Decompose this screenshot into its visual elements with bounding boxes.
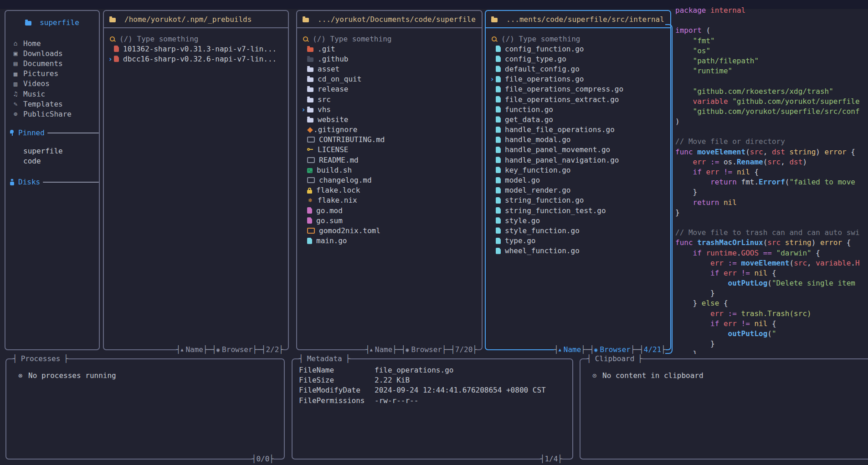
file-row[interactable]: cd_on_quit [297,74,482,84]
sort-label[interactable]: Name [375,345,393,355]
file-row[interactable]: .github [297,54,482,64]
search-bar[interactable]: (/) Type something [303,34,476,44]
file-name: model.go [505,176,540,184]
file-row[interactable]: changelog.md [297,175,482,185]
file-row[interactable]: handle_file_operations.go [486,125,670,135]
file-row[interactable]: ›vhs [297,104,482,114]
sidebar-item-downloads[interactable]: ▣Downloads [5,48,99,58]
file-count: 7/20 [455,345,473,355]
sidebar-item-home[interactable]: ⌂Home [5,38,99,48]
go-file-icon [496,217,501,224]
metadata-row: FilePermissions-rw-r--r-- [299,396,572,406]
file-row[interactable]: LICENSE [297,145,482,155]
metadata-key: FileModifyDate [299,385,375,395]
search-bar[interactable]: (/) Type something [109,34,282,44]
file-name: vhs [318,105,331,114]
file-row[interactable]: 101362-sharp-v0.31.3-napi-v7-lin... [104,44,288,54]
sidebar-item-documents[interactable]: ▤Documents [5,58,99,68]
file-name: main.go [316,236,347,245]
md-file-icon [307,177,315,183]
file-row[interactable]: key_function.go [486,165,670,175]
file-row[interactable]: function.go [486,104,670,114]
file-row[interactable]: type.go [486,236,670,246]
sidebar-item-templates[interactable]: ✎Templates [5,99,99,109]
file-name: type.go [505,236,535,245]
file-row[interactable]: style.go [486,215,670,225]
file-row[interactable]: main.go [297,236,482,246]
metadata-key: FileSize [299,375,375,385]
file-row[interactable]: src [297,94,482,104]
clipboard-title-label: Clipboard [591,354,638,364]
file-row[interactable]: string_function_test.go [486,205,670,215]
sort-asc-icon[interactable]: ▲ [370,345,373,355]
sidebar-item-videos[interactable]: ▥Videos [5,79,99,89]
file-row[interactable]: asset [297,64,482,74]
file-row[interactable]: go.mod [297,205,482,215]
go-file-icon [496,177,501,184]
frame-glyph: ├─┤ [631,345,644,355]
file-row[interactable]: get_data.go [486,114,670,124]
file-row[interactable]: .gitignore [297,125,482,135]
file-name: function.go [505,105,553,114]
file-row[interactable]: website [297,114,482,124]
file-name: string_function.go [505,196,584,204]
folder-file-icon [307,87,313,92]
file-row[interactable]: file_operations_compress.go [486,84,670,94]
file-row[interactable]: handle_panel_movement.go [486,145,670,155]
no-process-icon: ⊗ [18,372,22,380]
file-name: handle_file_operations.go [505,125,615,134]
search-bar[interactable]: (/) Type something [491,34,665,44]
sidebar-item-publicshare[interactable]: ⊕PublicShare [5,109,99,119]
file-row[interactable]: model.go [486,175,670,185]
file-name: style.go [505,216,540,225]
sidebar: superfile ⌂Home▣Downloads▤Documents▦Pict… [5,10,100,350]
sort-asc-icon[interactable]: ▲ [180,345,183,355]
panel-path-header: ...ments/code/superfile/src/internal [486,11,670,28]
file-row[interactable]: .git [297,44,482,54]
sidebar-item-music[interactable]: ♫Music [5,89,99,99]
file-row[interactable]: handle_panel_navigation.go [486,155,670,165]
home-icon: ⌂ [11,40,20,47]
file-row[interactable]: flake.nix [297,195,482,205]
folder-file-icon [307,77,313,82]
file-row[interactable]: config_function.go [486,44,670,54]
file-row[interactable]: go.sum [297,215,482,225]
sort-label[interactable]: Name [185,345,203,355]
frame-glyph: ├ [638,354,642,364]
file-row[interactable]: build.sh [297,165,482,175]
frame-glyph: ├ [473,345,477,355]
sidebar-item-pictures[interactable]: ▦Pictures [5,69,99,79]
file-row[interactable]: flake.lock [297,185,482,195]
sort-asc-icon[interactable]: ▲ [559,345,561,355]
file-row[interactable]: release [297,84,482,94]
file-row[interactable]: file_operations_extract.go [486,94,670,104]
file-name: CONTRIBUTING.md [319,135,385,144]
file-row[interactable]: wheel_function.go [486,246,670,256]
folder-icon [303,18,309,22]
app-title: superfile [5,17,99,27]
sidebar-nav: ⌂Home▣Downloads▤Documents▦Pictures▥Video… [5,38,99,119]
go-file-icon [496,197,501,204]
file-row[interactable]: style_function.go [486,225,670,235]
file-row[interactable]: config_type.go [486,54,670,64]
file-name: wheel_function.go [505,246,580,255]
file-row[interactable]: default_config.go [486,64,670,74]
toml-file-icon [307,228,315,234]
disks-section-header: Disks [5,177,99,187]
file-row[interactable]: model_render.go [486,185,670,195]
file-name: handle_panel_movement.go [505,145,610,154]
sort-label[interactable]: Name [564,345,581,355]
sidebar-item-label: Music [23,90,45,98]
file-row[interactable]: string_function.go [486,195,670,205]
file-row[interactable]: gomod2nix.toml [297,225,482,235]
file-row[interactable]: README.md [297,155,482,165]
pinned-item-code[interactable]: code [5,156,99,166]
frame-glyph: ├ [269,455,274,463]
file-row[interactable]: ›dbcc16-sharp-v0.32.6-napi-v7-lin... [104,54,288,64]
file-list: config_function.goconfig_type.godefault_… [486,44,670,256]
file-row[interactable]: handle_modal.go [486,135,670,145]
pinned-item-superfile[interactable]: superfile [5,146,99,156]
file-row[interactable]: ›file_operations.go [486,74,670,84]
cursor-indicator: › [300,105,307,114]
file-row[interactable]: CONTRIBUTING.md [297,135,482,145]
